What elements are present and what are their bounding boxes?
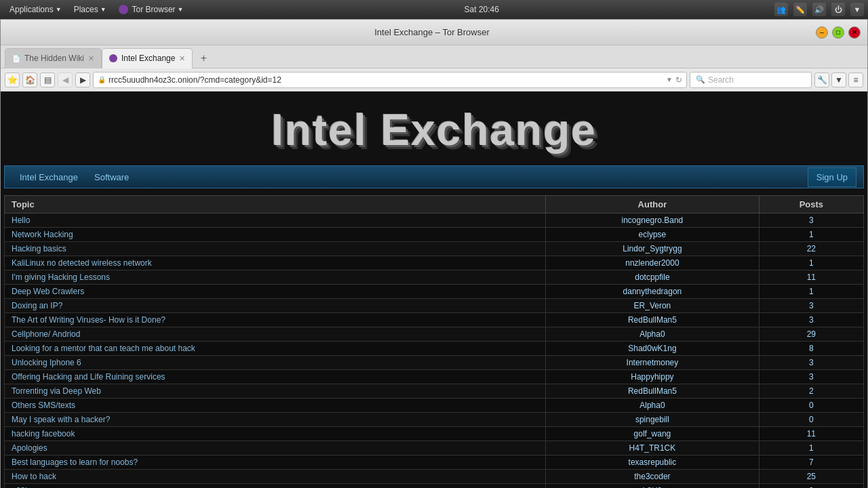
page-content: Intel Exchange Intel Exchange Software S…	[1, 92, 867, 488]
volume-icon[interactable]: 🔊	[812, 3, 826, 16]
nav-link-software[interactable]: Software	[86, 167, 137, 188]
tor-browser-menu[interactable]: Tor Browser ▼	[113, 3, 189, 16]
topic-cell[interactable]: Unlocking Iphone 6	[5, 356, 546, 370]
posts-cell: 8	[759, 342, 863, 356]
new-tab-button[interactable]: +	[195, 50, 212, 66]
forward-button[interactable]: ▶	[75, 73, 90, 87]
tor-browser-label: Tor Browser	[132, 5, 176, 14]
author-cell: RedBullMan5	[546, 313, 760, 327]
back-button[interactable]: ◀	[58, 73, 73, 87]
posts-cell: 11	[759, 427, 863, 441]
posts-cell: 3	[759, 370, 863, 384]
topic-cell[interactable]: May I speak with a hacker?	[5, 413, 546, 427]
topic-cell[interactable]: KaliLinux no detected wireless network	[5, 256, 546, 270]
site-nav: Intel Exchange Software Sign Up	[4, 165, 864, 188]
author-cell: Alpha0	[546, 399, 760, 413]
table-row: The Art of Writing Viruses- How is it Do…	[5, 313, 864, 327]
table-row: Deep Web Crawlersdannythedragon1	[5, 285, 864, 299]
topic-cell[interactable]: Hacking basics	[5, 242, 546, 256]
author-cell: nnzlender2000	[546, 256, 760, 270]
system-bar-right: 👥 ✏️ 🔊 ⏻ ▼	[774, 3, 864, 16]
tab-intel-exchange-close[interactable]: ✕	[179, 54, 185, 63]
author-cell: ER_Veron	[546, 299, 760, 313]
menu-button[interactable]: ≡	[848, 73, 863, 87]
topic-cell[interactable]: Looking for a mentor that can teach me a…	[5, 342, 546, 356]
table-row: ApologiesH4T_TR1CK1	[5, 441, 864, 455]
tor-icon	[119, 5, 128, 14]
topic-cell[interactable]: Network Hacking	[5, 228, 546, 242]
title-bar: Intel Exchange – Tor Browser – □ ✕	[1, 20, 867, 45]
topic-cell[interactable]: The Art of Writing Viruses- How is it Do…	[5, 313, 546, 327]
browser-window: Intel Exchange – Tor Browser – □ ✕ 📄 The…	[0, 19, 868, 488]
bookmarks-button[interactable]: ⭐	[5, 73, 20, 87]
table-row: How to hackthe3coder25	[5, 470, 864, 484]
site-nav-links: Intel Exchange Software	[12, 167, 137, 188]
nav-extra-buttons: 🔧 ▼ ≡	[814, 73, 863, 87]
author-cell: texasrepublic	[546, 455, 760, 470]
nav-settings-button[interactable]: ▼	[831, 73, 846, 87]
minimize-button[interactable]: –	[816, 26, 828, 39]
author-cell: dotcppfile	[546, 270, 760, 285]
topic-cell[interactable]: hacking facebook	[5, 427, 546, 441]
maximize-button[interactable]: □	[832, 26, 844, 39]
topic-cell[interactable]: Others SMS/texts	[5, 399, 546, 413]
settings-icon[interactable]: ▼	[850, 3, 864, 16]
power-icon[interactable]: ⏻	[831, 3, 845, 16]
home-button[interactable]: 🏠	[22, 73, 37, 87]
url-dropdown-icon[interactable]: ▼	[666, 76, 673, 83]
author-cell: incognegro.Band	[546, 214, 760, 228]
table-row: Torrenting via Deep WebRedBullMan52	[5, 384, 864, 399]
close-button[interactable]: ✕	[848, 26, 861, 39]
extensions-button[interactable]: 🔧	[814, 73, 829, 87]
table-row: Best languages to learn for noobs?texasr…	[5, 455, 864, 470]
table-row: Looking for a mentor that can teach me a…	[5, 342, 864, 356]
posts-cell: 25	[759, 470, 863, 484]
topic-cell[interactable]: Apologies	[5, 441, 546, 455]
places-arrow: ▼	[100, 6, 106, 13]
author-cell: golf_wang	[546, 427, 760, 441]
topic-cell[interactable]: Offering Hacking and Life Ruining servic…	[5, 370, 546, 384]
author-cell: Alpha0	[546, 327, 760, 342]
url-refresh-icon[interactable]: ↻	[675, 75, 682, 85]
nav-link-intel-exchange[interactable]: Intel Exchange	[12, 167, 86, 188]
site-header: Intel Exchange	[1, 92, 867, 165]
tab-hidden-wiki[interactable]: 📄 The Hidden Wiki ✕	[5, 48, 102, 68]
posts-cell: 1	[759, 256, 863, 270]
author-cell: Lindor_Sygtrygg	[546, 242, 760, 256]
signup-button[interactable]: Sign Up	[808, 167, 856, 187]
table-row: hacking facebookgolf_wang11	[5, 427, 864, 441]
topic-cell[interactable]: Deep Web Crawlers	[5, 285, 546, 299]
applications-menu[interactable]: Applications ▼	[4, 3, 67, 16]
tab-intel-exchange[interactable]: Intel Exchange ✕	[102, 48, 193, 68]
topic-cell[interactable]: I'm giving Hacking Lessons	[5, 270, 546, 285]
tab-hidden-wiki-close[interactable]: ✕	[88, 54, 94, 63]
topic-cell[interactable]: Hello	[5, 214, 546, 228]
author-cell: dannythedragon	[546, 285, 760, 299]
tor-browser-arrow: ▼	[178, 6, 184, 13]
posts-cell: 29	[759, 327, 863, 342]
posts-cell: 0	[759, 399, 863, 413]
search-bar[interactable]: 🔍 Search	[690, 72, 812, 88]
tab-intel-exchange-label: Intel Exchange	[121, 54, 175, 63]
user-icon[interactable]: 👥	[774, 3, 788, 16]
posts-cell: 1	[759, 228, 863, 242]
author-cell: Shad0wK1ng	[546, 342, 760, 356]
table-row: KaliLinux no detected wireless networknn…	[5, 256, 864, 270]
pencil-icon[interactable]: ✏️	[793, 3, 807, 16]
col-header-author: Author	[546, 196, 760, 214]
table-row: Helloincognegro.Band3	[5, 214, 864, 228]
url-bar[interactable]: 🔒 rrcc5uuudhn4oz3c.onion/?cmd=category&i…	[93, 72, 687, 88]
col-header-topic: Topic	[5, 196, 546, 214]
tab-bar: 📄 The Hidden Wiki ✕ Intel Exchange ✕ +	[1, 45, 867, 68]
topic-cell[interactable]: Best languages to learn for noobs?	[5, 455, 546, 470]
places-menu[interactable]: Places ▼	[68, 3, 112, 16]
posts-cell: 3	[759, 313, 863, 327]
topic-cell[interactable]: Cellphone/ Andriod	[5, 327, 546, 342]
table-row: Unlocking Iphone 6Internetmoney3	[5, 356, 864, 370]
topic-cell[interactable]: n00bs	[5, 484, 546, 489]
topic-cell[interactable]: Doxing an IP?	[5, 299, 546, 313]
bookmark-sidebar-button[interactable]: ▤	[40, 73, 55, 87]
table-row: n00bsL0ki93	[5, 484, 864, 489]
topic-cell[interactable]: How to hack	[5, 470, 546, 484]
topic-cell[interactable]: Torrenting via Deep Web	[5, 384, 546, 399]
